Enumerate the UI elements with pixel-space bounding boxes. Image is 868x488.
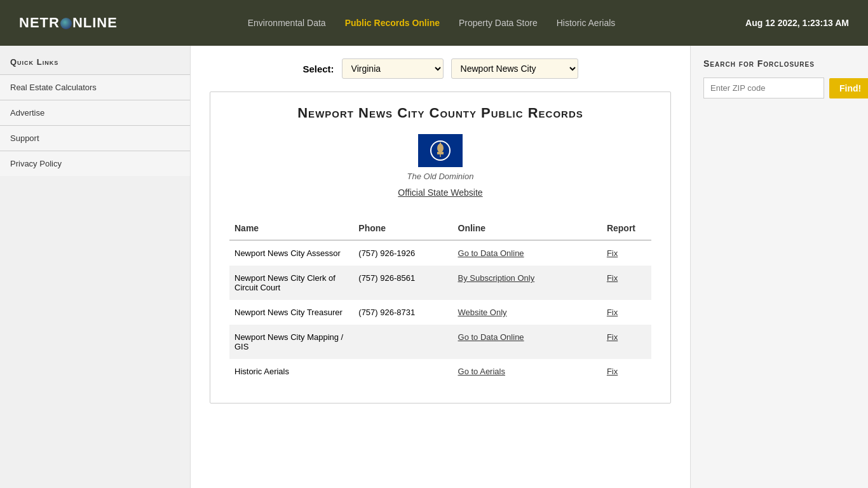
sidebar-title: Quick Links [0,46,190,74]
cell-online: By Subscription Only [453,266,602,300]
cell-phone: (757) 926-8561 [353,266,452,300]
datetime: Aug 12 2022, 1:23:13 AM [745,18,849,28]
header: NETRNLINE Environmental Data Public Reco… [0,0,868,46]
zip-input[interactable] [703,78,824,98]
globe-icon [60,18,72,29]
cell-report: Fix [602,266,651,300]
sidebar-item-privacy[interactable]: Privacy Policy [0,151,190,176]
table-row: Newport News City Mapping / GISGo to Dat… [229,325,651,359]
main-content: Select: Virginia Newport News City Newpo… [191,46,690,488]
sidebar-item-advertise[interactable]: Advertise [0,100,190,125]
report-link[interactable]: Fix [607,332,618,342]
nav-historic-aerials[interactable]: Historic Aerials [557,18,616,28]
sidebar: Quick Links Real Estate Calculators Adve… [0,46,191,488]
nav-property-data[interactable]: Property Data Store [459,18,538,28]
foreclosure-title: Search for Forclosures [703,58,855,69]
online-link[interactable]: Website Only [458,308,507,317]
cell-name: Newport News City Treasurer [229,300,353,325]
col-header-phone: Phone [353,217,452,240]
sidebar-item-support[interactable]: Support [0,125,190,151]
flag-area: The Old Dominion [229,134,651,181]
report-link[interactable]: Fix [607,367,618,376]
cell-phone: (757) 926-1926 [353,240,452,266]
cell-name: Newport News City Assessor [229,240,353,266]
table-row: Historic AerialsGo to AerialsFix [229,359,651,384]
table-row: Newport News City Treasurer(757) 926-873… [229,300,651,325]
official-state-website-link[interactable]: Official State Website [398,187,482,198]
cell-name: Newport News City Clerk of Circuit Court [229,266,353,300]
report-link[interactable]: Fix [607,248,618,258]
cell-phone [353,325,452,359]
cell-online: Go to Data Online [453,325,602,359]
cell-report: Fix [602,325,651,359]
online-link[interactable]: Go to Data Online [458,248,524,258]
online-link[interactable]: By Subscription Only [458,273,535,283]
col-header-online: Online [453,217,602,240]
cell-online: Go to Aerials [453,359,602,384]
county-select[interactable]: Newport News City [451,58,578,79]
page-heading: Newport News City County Public Records [229,105,651,121]
cell-phone: (757) 926-8731 [353,300,452,325]
table-row: Newport News City Assessor(757) 926-1926… [229,240,651,266]
table-row: Newport News City Clerk of Circuit Court… [229,266,651,300]
nav: Environmental Data Public Records Online… [248,18,616,28]
report-link[interactable]: Fix [607,308,618,317]
select-label: Select: [302,64,334,74]
cell-report: Fix [602,359,651,384]
report-link[interactable]: Fix [607,273,618,283]
right-panel: Search for Forclosures Find! [690,46,868,488]
col-header-report: Report [602,217,651,240]
cell-phone [353,359,452,384]
cell-online: Go to Data Online [453,240,602,266]
cell-online: Website Only [453,300,602,325]
logo: NETRNLINE [19,15,118,31]
online-link[interactable]: Go to Data Online [458,332,524,342]
sidebar-item-real-estate[interactable]: Real Estate Calculators [0,74,190,100]
official-link-area: Official State Website [229,187,651,198]
online-link[interactable]: Go to Aerials [458,367,505,376]
state-select[interactable]: Virginia [342,58,444,79]
cell-name: Newport News City Mapping / GIS [229,325,353,359]
zip-row: Find! [703,78,855,98]
records-table: Name Phone Online Report Newport News Ci… [229,217,651,384]
cell-name: Historic Aerials [229,359,353,384]
table-body: Newport News City Assessor(757) 926-1926… [229,240,651,384]
virginia-flag [418,134,463,167]
content-box: Newport News City County Public Records [210,92,671,403]
cell-report: Fix [602,300,651,325]
table-header: Name Phone Online Report [229,217,651,240]
nav-public-records[interactable]: Public Records Online [345,18,440,28]
nav-environmental-data[interactable]: Environmental Data [248,18,326,28]
find-button[interactable]: Find! [829,78,868,98]
flag-caption: The Old Dominion [229,172,651,181]
cell-report: Fix [602,240,651,266]
col-header-name: Name [229,217,353,240]
select-bar: Select: Virginia Newport News City [210,58,671,79]
layout: Quick Links Real Estate Calculators Adve… [0,46,868,488]
